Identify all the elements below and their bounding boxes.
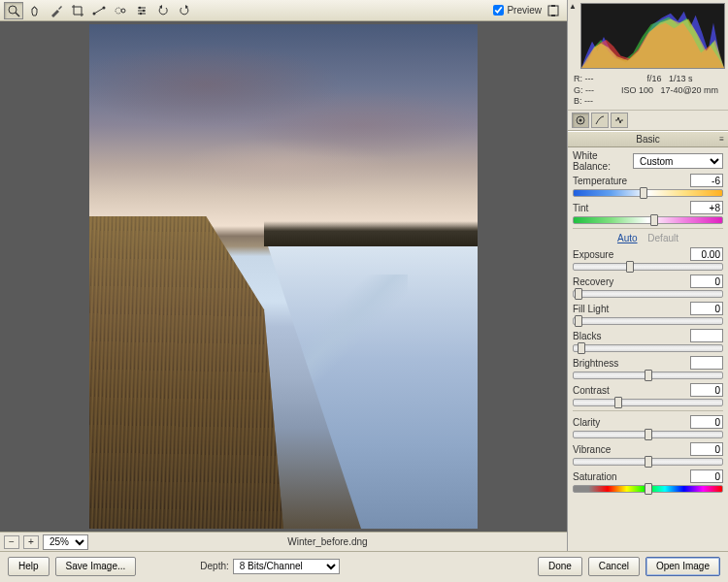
fill-light-slider[interactable] bbox=[573, 317, 723, 325]
temperature-label: Temperature bbox=[573, 176, 686, 186]
readout-r: R: --- bbox=[574, 74, 617, 85]
svg-point-15 bbox=[579, 119, 582, 122]
svg-point-10 bbox=[139, 6, 141, 8]
vibrance-slider[interactable] bbox=[573, 458, 723, 466]
blacks-slider[interactable] bbox=[573, 344, 723, 352]
exposure-slider[interactable] bbox=[573, 263, 723, 271]
clarity-input[interactable] bbox=[690, 415, 723, 429]
open-image-button[interactable]: Open Image bbox=[645, 557, 720, 576]
svg-point-5 bbox=[116, 8, 121, 14]
settings-body: White Balance: Custom Temperature Tint A… bbox=[568, 147, 728, 551]
tint-input[interactable] bbox=[690, 201, 723, 214]
contrast-slider[interactable] bbox=[573, 399, 723, 406]
recovery-label: Recovery bbox=[573, 276, 686, 287]
fill-light-label: Fill Light bbox=[573, 304, 686, 314]
tab-curves[interactable] bbox=[591, 113, 609, 128]
blacks-label: Blacks bbox=[573, 331, 686, 341]
vibrance-input[interactable] bbox=[690, 442, 723, 456]
dialog-buttons: Help Save Image... Depth: 8 Bits/Channel… bbox=[0, 551, 728, 580]
clarity-slider[interactable] bbox=[573, 431, 723, 438]
tint-label: Tint bbox=[573, 203, 686, 213]
exposure-label: Exposure bbox=[573, 249, 686, 260]
svg-line-2 bbox=[94, 8, 104, 14]
brightness-label: Brightness bbox=[573, 358, 686, 369]
panel-header: Basic ≡ bbox=[568, 131, 728, 147]
metadata-readout: R: --- G: --- B: --- f/16 1/13 s ISO 100… bbox=[568, 72, 728, 111]
histogram[interactable] bbox=[580, 3, 725, 69]
image-preview-area[interactable] bbox=[0, 21, 567, 532]
zoom-tool[interactable] bbox=[4, 2, 23, 19]
tab-detail[interactable] bbox=[611, 113, 628, 128]
clarity-label: Clarity bbox=[573, 417, 686, 428]
recovery-slider[interactable] bbox=[573, 290, 723, 298]
panel-title: Basic bbox=[636, 134, 659, 145]
done-button[interactable]: Done bbox=[538, 557, 582, 576]
svg-rect-13 bbox=[548, 6, 558, 16]
retouch-tool[interactable] bbox=[111, 2, 130, 19]
zoom-out-button[interactable]: − bbox=[4, 535, 19, 549]
svg-point-6 bbox=[121, 9, 125, 13]
exposure-input[interactable] bbox=[690, 247, 723, 261]
vibrance-label: Vibrance bbox=[573, 444, 686, 455]
svg-point-3 bbox=[93, 12, 96, 15]
rotate-cw-tool[interactable] bbox=[175, 2, 194, 19]
svg-point-12 bbox=[140, 12, 142, 14]
readout-aperture: f/16 bbox=[646, 74, 661, 83]
svg-line-1 bbox=[16, 13, 19, 16]
zoom-in-button[interactable]: + bbox=[23, 535, 39, 549]
white-balance-select[interactable]: Custom bbox=[633, 153, 723, 169]
filename-label: Winter_before.dng bbox=[92, 536, 563, 547]
zoom-select[interactable]: 25% bbox=[43, 534, 88, 550]
fill-light-input[interactable] bbox=[690, 302, 723, 315]
straighten-tool[interactable] bbox=[89, 2, 109, 19]
readout-g: G: --- bbox=[574, 85, 617, 97]
crop-tool[interactable] bbox=[68, 2, 87, 19]
contrast-label: Contrast bbox=[573, 385, 686, 396]
readout-iso: ISO 100 bbox=[621, 85, 653, 95]
right-panel: ▲ R: --- G: --- B: --- f/16 1/13 s ISO 1… bbox=[568, 0, 728, 551]
recovery-input[interactable] bbox=[690, 275, 723, 288]
blacks-input[interactable] bbox=[690, 329, 723, 342]
readout-b: B: --- bbox=[574, 96, 617, 108]
fullscreen-toggle[interactable] bbox=[544, 2, 563, 19]
saturation-input[interactable] bbox=[690, 469, 723, 483]
help-button[interactable]: Help bbox=[8, 557, 50, 576]
preview-footer: − + 25% Winter_before.dng bbox=[0, 532, 567, 551]
left-panel: Preview − + 25% Winter_before.dng bbox=[0, 0, 568, 551]
tint-slider[interactable] bbox=[573, 216, 723, 224]
tab-basic[interactable] bbox=[572, 113, 589, 128]
saturation-label: Saturation bbox=[573, 471, 686, 482]
panel-tabs bbox=[568, 111, 728, 131]
preview-label: Preview bbox=[507, 5, 542, 16]
svg-point-0 bbox=[9, 6, 17, 14]
default-link: Default bbox=[647, 233, 678, 243]
save-image-button[interactable]: Save Image... bbox=[55, 557, 137, 576]
svg-point-4 bbox=[103, 6, 106, 9]
toolbar: Preview bbox=[0, 0, 567, 21]
brightness-slider[interactable] bbox=[573, 372, 723, 379]
collapse-arrow-icon[interactable]: ▲ bbox=[569, 2, 577, 11]
prefs-tool[interactable] bbox=[132, 2, 151, 19]
temperature-slider[interactable] bbox=[573, 189, 723, 197]
readout-shutter: 1/13 s bbox=[669, 74, 693, 83]
panel-menu-icon[interactable]: ≡ bbox=[719, 135, 724, 144]
readout-lens: 17-40@20 mm bbox=[660, 85, 718, 95]
preview-canvas bbox=[89, 24, 478, 529]
auto-link[interactable]: Auto bbox=[617, 233, 638, 243]
svg-point-11 bbox=[143, 9, 145, 11]
saturation-slider[interactable] bbox=[573, 485, 723, 493]
rotate-ccw-tool[interactable] bbox=[153, 2, 173, 19]
white-balance-tool[interactable] bbox=[47, 2, 66, 19]
depth-select[interactable]: 8 Bits/Channel bbox=[233, 559, 340, 574]
cancel-button[interactable]: Cancel bbox=[588, 557, 640, 576]
temperature-input[interactable] bbox=[690, 174, 723, 187]
preview-checkbox[interactable]: Preview bbox=[493, 5, 542, 16]
white-balance-label: White Balance: bbox=[573, 150, 629, 172]
depth-label: Depth: bbox=[200, 561, 228, 571]
hand-tool[interactable] bbox=[25, 2, 45, 19]
brightness-input[interactable] bbox=[690, 356, 723, 370]
contrast-input[interactable] bbox=[690, 383, 723, 397]
